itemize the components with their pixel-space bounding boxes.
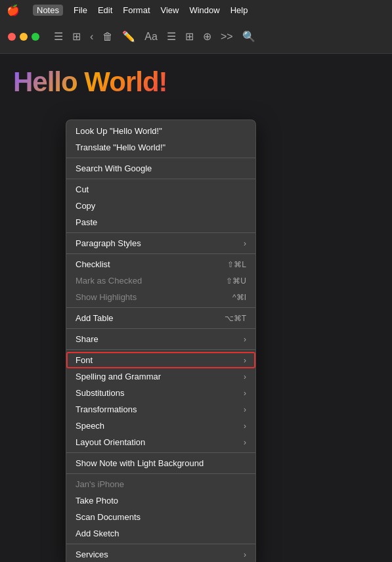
ctx-layout-orientation[interactable]: Layout Orientation › bbox=[66, 434, 255, 450]
ctx-substitutions[interactable]: Substitutions › bbox=[66, 385, 255, 401]
ctx-take-photo[interactable]: Take Photo bbox=[66, 492, 255, 509]
separator-1 bbox=[66, 158, 255, 158]
more-icon[interactable]: >> bbox=[221, 31, 233, 43]
minimize-button[interactable] bbox=[20, 33, 28, 41]
menu-file[interactable]: File bbox=[74, 5, 87, 15]
context-menu: Look Up "Hello World!" Translate "Hello … bbox=[66, 119, 256, 562]
arrow-share-icon: › bbox=[244, 335, 246, 344]
ctx-scan-documents[interactable]: Scan Documents bbox=[66, 509, 255, 525]
menu-window[interactable]: Window bbox=[189, 5, 219, 15]
table-icon[interactable]: ⊞ bbox=[185, 30, 194, 43]
note-title: Hello World! bbox=[13, 67, 167, 97]
mark-checked-shortcut: ⇧⌘U bbox=[226, 276, 246, 286]
ctx-speech[interactable]: Speech › bbox=[66, 418, 255, 434]
ctx-services[interactable]: Services › bbox=[66, 546, 255, 562]
menu-help[interactable]: Help bbox=[230, 5, 248, 15]
arrow-substitutions-icon: › bbox=[244, 389, 246, 398]
ctx-add-table[interactable]: Add Table ⌥⌘T bbox=[66, 310, 255, 326]
separator-10 bbox=[66, 544, 255, 544]
fullscreen-button[interactable] bbox=[32, 33, 39, 41]
grid-view-icon[interactable]: ⊞ bbox=[72, 30, 81, 43]
ctx-paragraph-styles[interactable]: Paragraph Styles › bbox=[66, 235, 255, 251]
search-icon[interactable]: 🔍 bbox=[242, 30, 255, 43]
arrow-transformations-icon: › bbox=[244, 405, 246, 414]
back-icon[interactable]: ‹ bbox=[90, 31, 93, 43]
share-icon[interactable]: ⊕ bbox=[203, 30, 211, 43]
arrow-layout-icon: › bbox=[244, 438, 246, 447]
ctx-paste[interactable]: Paste bbox=[66, 214, 255, 230]
ctx-mark-checked[interactable]: Mark as Checked ⇧⌘U bbox=[66, 272, 255, 289]
ctx-checklist[interactable]: Checklist ⇧⌘L bbox=[66, 256, 255, 272]
checklist-shortcut: ⇧⌘L bbox=[227, 260, 246, 269]
separator-5 bbox=[66, 307, 255, 308]
ctx-share[interactable]: Share › bbox=[66, 331, 255, 347]
separator-4 bbox=[66, 253, 255, 254]
ctx-look-up[interactable]: Look Up "Hello World!" bbox=[66, 123, 255, 139]
arrow-font-icon: › bbox=[244, 356, 246, 365]
add-table-shortcut: ⌥⌘T bbox=[225, 314, 246, 323]
compose-icon[interactable]: ✏️ bbox=[122, 30, 135, 43]
ctx-section-iphone: Jan's iPhone bbox=[66, 476, 255, 492]
list-view-icon[interactable]: ☰ bbox=[54, 30, 63, 43]
ctx-copy[interactable]: Copy bbox=[66, 198, 255, 214]
ctx-add-sketch[interactable]: Add Sketch bbox=[66, 525, 255, 542]
ctx-show-note-light[interactable]: Show Note with Light Background bbox=[66, 455, 255, 471]
delete-icon[interactable]: 🗑 bbox=[102, 31, 113, 43]
separator-3 bbox=[66, 232, 255, 233]
ctx-spelling-grammar[interactable]: Spelling and Grammar › bbox=[66, 368, 255, 385]
checklist-icon[interactable]: ☰ bbox=[167, 30, 176, 43]
separator-7 bbox=[66, 349, 255, 350]
ctx-font[interactable]: Font › bbox=[66, 352, 255, 368]
menu-view[interactable]: View bbox=[161, 5, 179, 15]
close-button[interactable] bbox=[8, 33, 16, 41]
highlights-shortcut: ^⌘I bbox=[232, 293, 246, 302]
arrow-spelling-icon: › bbox=[244, 372, 246, 381]
separator-8 bbox=[66, 452, 255, 453]
apple-menu[interactable]: 🍎 bbox=[7, 4, 20, 16]
text-format-icon[interactable]: Aa bbox=[144, 31, 158, 43]
ctx-translate[interactable]: Translate "Hello World!" bbox=[66, 139, 255, 156]
separator-9 bbox=[66, 473, 255, 474]
menu-format[interactable]: Format bbox=[123, 5, 150, 15]
ctx-show-highlights[interactable]: Show Highlights ^⌘I bbox=[66, 289, 255, 305]
note-area: Hello World! Look Up "Hello World!" Tran… bbox=[0, 54, 392, 562]
window-controls bbox=[8, 33, 39, 41]
arrow-paragraph-icon: › bbox=[244, 239, 246, 248]
menu-notes[interactable]: Notes bbox=[33, 5, 63, 16]
arrow-speech-icon: › bbox=[244, 422, 246, 431]
ctx-transformations[interactable]: Transformations › bbox=[66, 401, 255, 418]
toolbar: ☰ ⊞ ‹ 🗑 ✏️ Aa ☰ ⊞ ⊕ >> 🔍 bbox=[0, 20, 392, 54]
separator-2 bbox=[66, 179, 255, 179]
arrow-services-icon: › bbox=[244, 550, 246, 559]
ctx-search-google[interactable]: Search With Google bbox=[66, 160, 255, 177]
separator-6 bbox=[66, 328, 255, 329]
menubar: 🍎 Notes File Edit Format View Window Hel… bbox=[0, 0, 392, 20]
ctx-cut[interactable]: Cut bbox=[66, 181, 255, 198]
menu-edit[interactable]: Edit bbox=[98, 5, 112, 15]
